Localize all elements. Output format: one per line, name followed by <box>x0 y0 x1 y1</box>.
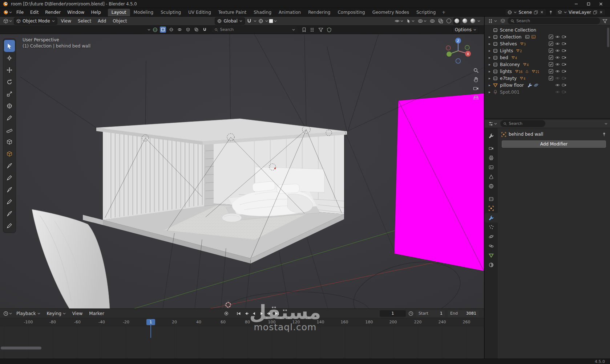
show-overlays-toggle[interactable] <box>429 17 436 25</box>
disable-render-camera-icon[interactable] <box>562 55 566 60</box>
remove-view-layer-icon[interactable] <box>599 10 603 14</box>
mode-extend-button[interactable] <box>168 26 174 33</box>
transform-orientation-selector[interactable]: Global <box>215 17 245 25</box>
expand-arrow-icon[interactable]: ▸ <box>488 35 492 39</box>
new-view-layer-icon[interactable] <box>593 10 597 15</box>
view-layer-selector[interactable]: ViewLayer <box>555 9 606 16</box>
menu-view[interactable]: View <box>58 17 74 25</box>
options-dropdown[interactable]: Options <box>452 26 479 33</box>
disable-render-camera-icon[interactable] <box>562 41 566 46</box>
pan-hand-icon[interactable] <box>473 77 479 82</box>
minimize-button[interactable] <box>570 0 582 8</box>
viewport-search-field[interactable] <box>211 26 298 33</box>
menu-view-timeline[interactable]: View <box>69 309 86 318</box>
expand-arrow-icon[interactable]: ▸ <box>488 42 492 46</box>
disable-render-camera-icon[interactable] <box>562 34 566 39</box>
maximize-button[interactable] <box>582 0 595 8</box>
outliner-scrollbar[interactable] <box>607 28 609 47</box>
proportional-editing-toggle[interactable] <box>257 17 264 25</box>
snap-small-button[interactable] <box>202 26 208 33</box>
tool-pen-1[interactable] <box>3 172 16 184</box>
tool-brush-2[interactable] <box>3 184 16 196</box>
tab-particles[interactable] <box>485 222 498 232</box>
filter-funnel-icon[interactable] <box>602 19 607 24</box>
swatch-chevron-icon[interactable] <box>274 20 277 23</box>
add-modifier-button[interactable]: Add Modifier <box>502 140 606 148</box>
camera-view-icon[interactable] <box>473 86 479 91</box>
exclude-checkbox-icon[interactable] <box>549 48 553 53</box>
menu-help[interactable]: Help <box>88 8 104 16</box>
tool-pen-3[interactable] <box>3 220 16 232</box>
outliner-row-pillow-floor[interactable]: ▸ pillow floor <box>485 82 610 89</box>
snap-toggle[interactable] <box>246 17 253 25</box>
mode-subtract-button[interactable] <box>177 26 183 33</box>
pin-icon[interactable] <box>602 132 606 136</box>
disable-render-camera-icon[interactable] <box>562 48 566 53</box>
tab-shading[interactable]: Shading <box>250 9 275 16</box>
tab-object[interactable] <box>485 204 498 213</box>
outliner-row-spot-001[interactable]: ▸ Spot.001 <box>485 89 610 95</box>
tool-scale[interactable] <box>3 88 16 100</box>
timeline-ruler[interactable]: -100 -80 -60 -40 -20 20 40 60 80 100 120… <box>0 318 484 326</box>
magenta-plane-object[interactable] <box>394 93 484 271</box>
disable-render-camera-icon[interactable] <box>562 83 566 87</box>
outliner-row-balconey[interactable]: ▸ Balconey 4 <box>485 61 610 68</box>
perspective-toggle-icon[interactable] <box>473 95 479 101</box>
display-mode-icon[interactable] <box>500 19 505 24</box>
filter-funnel-icon[interactable] <box>318 27 323 32</box>
menu-add[interactable]: Add <box>95 17 109 25</box>
close-button[interactable] <box>595 0 607 8</box>
menu-keying[interactable]: Keying <box>44 309 69 318</box>
properties-search-field[interactable] <box>500 120 545 127</box>
shading-rendered-button[interactable] <box>469 17 476 25</box>
jump-to-end-button[interactable] <box>274 310 280 316</box>
outliner-editor-type-button[interactable] <box>487 17 498 25</box>
outliner-row-lights-2[interactable]: ▸ lights 16 21 <box>485 68 610 75</box>
tool-dropdown-chevron-icon[interactable] <box>148 28 150 31</box>
expand-arrow-icon[interactable]: ▸ <box>488 49 492 53</box>
tool-measure[interactable] <box>3 124 16 136</box>
tab-layout[interactable]: Layout <box>108 9 130 16</box>
exclude-checkbox-icon[interactable] <box>549 55 553 60</box>
tab-texture-paint[interactable]: Texture Paint <box>215 9 250 16</box>
zoom-icon[interactable] <box>473 68 479 73</box>
unlink-scene-icon[interactable] <box>540 10 544 14</box>
app-menu-button[interactable] <box>2 9 13 16</box>
object-visibility-dropdown[interactable] <box>393 17 404 25</box>
color-swatch[interactable] <box>269 19 273 23</box>
matcap-sphere-icon[interactable] <box>153 27 158 32</box>
editor-type-button[interactable] <box>2 17 13 25</box>
hide-eye-icon[interactable] <box>555 76 560 81</box>
menu-file[interactable]: File <box>13 8 27 16</box>
expand-arrow-icon[interactable]: ▸ <box>488 76 492 80</box>
tab-output[interactable] <box>485 153 498 163</box>
exclude-checkbox-icon[interactable] <box>549 34 553 39</box>
axis-y-ball[interactable] <box>447 52 452 57</box>
show-gizmo-dropdown[interactable] <box>417 17 428 25</box>
mode-invert-button[interactable] <box>185 26 191 33</box>
hide-eye-icon[interactable] <box>555 69 560 74</box>
tab-geometry-nodes[interactable]: Geometry Nodes <box>369 9 413 16</box>
shading-material-button[interactable] <box>461 17 468 25</box>
expand-arrow-icon[interactable]: ▸ <box>488 83 492 87</box>
next-keyframe-button[interactable] <box>266 310 272 316</box>
timeline-tracks[interactable] <box>0 326 484 359</box>
outliner-search-field[interactable] <box>508 17 600 24</box>
menu-select[interactable]: Select <box>75 17 94 25</box>
tool-move[interactable] <box>3 64 16 76</box>
viewport-search-input[interactable] <box>220 27 290 32</box>
tab-compositing[interactable]: Compositing <box>334 9 368 16</box>
tab-scripting[interactable]: Scripting <box>413 9 439 16</box>
menu-playback[interactable]: Playback <box>13 309 44 318</box>
expand-arrow-icon[interactable]: ▸ <box>488 90 492 94</box>
expand-arrow-icon[interactable]: ▸ <box>488 56 492 60</box>
play-button[interactable] <box>258 310 265 316</box>
tab-animation[interactable]: Animation <box>275 9 304 16</box>
tab-constraints[interactable] <box>485 241 498 251</box>
disable-render-camera-icon[interactable] <box>562 90 566 94</box>
shading-options-chevron-icon[interactable] <box>477 20 480 23</box>
properties-options-chevron-icon[interactable] <box>605 122 607 125</box>
hide-eye-icon[interactable] <box>555 83 560 87</box>
tool-rotate[interactable] <box>3 76 16 88</box>
tab-view-layer[interactable] <box>485 163 498 172</box>
